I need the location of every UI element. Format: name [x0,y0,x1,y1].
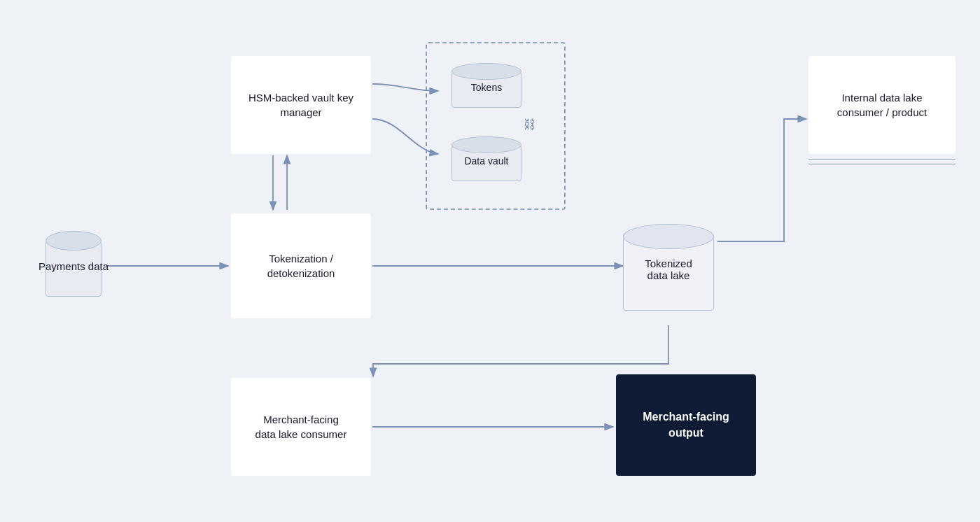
arrow-lake-to-internal [718,119,806,241]
merchant-output-box: Merchant-facingoutput [616,374,756,476]
tokenized-lake-label: Tokenizeddata lake [609,213,728,325]
data-vault-label: Data vault [441,129,532,192]
arrow-lake-to-merchant [373,325,668,376]
data-vault-cylinder-wrapper: Data vault [441,129,532,192]
tokens-cylinder-wrapper: Tokens [441,56,532,119]
hsm-vault-box: HSM-backed vault key manager [231,56,371,154]
architecture-diagram: Payments data HSM-backed vault key manag… [0,0,980,522]
merchant-output-label: Merchant-facingoutput [643,409,729,441]
merchant-consumer-label: Merchant-facingdata lake consumer [255,412,347,442]
tokenized-lake-wrapper: Tokenizeddata lake [616,213,721,325]
tokens-label: Tokens [441,56,532,119]
payments-data-label: Payments data [7,217,140,315]
hsm-vault-label: HSM-backed vault key manager [239,90,363,120]
internal-consumer-line2 [808,162,955,164]
merchant-consumer-box: Merchant-facingdata lake consumer [231,378,371,476]
internal-consumer-box: Internal data lakeconsumer / product [808,56,955,154]
payments-data-node: Payments data [35,217,112,315]
internal-consumer-label: Internal data lakeconsumer / product [837,90,927,120]
tokenization-box: Tokenization / detokenization [231,213,371,318]
internal-consumer-line1 [808,157,955,160]
tokenization-label: Tokenization / detokenization [239,251,363,281]
